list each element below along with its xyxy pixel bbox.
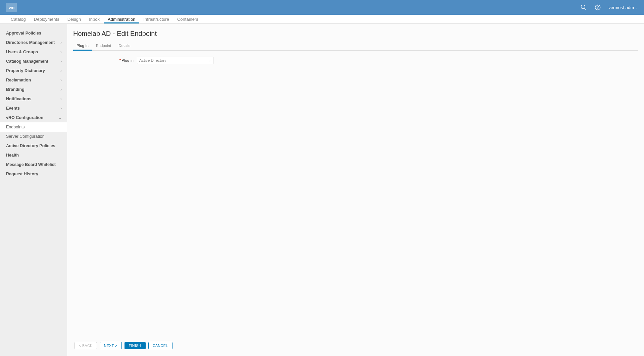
chevron-right-icon: › xyxy=(60,97,62,101)
nav-deployments[interactable]: Deployments xyxy=(30,15,63,23)
finish-button[interactable]: FINISH xyxy=(125,342,146,349)
sidebar-message-board-whitelist[interactable]: Message Board Whitelist xyxy=(0,160,67,169)
search-icon[interactable] xyxy=(580,4,587,11)
sidebar-server-configuration[interactable]: Server Configuration xyxy=(0,132,67,141)
user-label: vermost-adm xyxy=(608,5,634,10)
chevron-right-icon: › xyxy=(60,68,62,73)
subtab-endpoint[interactable]: Endpoint xyxy=(93,42,114,51)
page-title: Homelab AD - Edit Endpoint xyxy=(73,30,638,38)
sidebar-approval-policies[interactable]: Approval Policies xyxy=(0,28,67,38)
chevron-right-icon: › xyxy=(60,106,62,111)
nav-inbox[interactable]: Inbox xyxy=(85,15,104,23)
cancel-button[interactable]: CANCEL xyxy=(148,342,172,349)
plugin-row: *Plug-in Active Directory ⌄ xyxy=(73,57,638,64)
back-button: < BACK xyxy=(75,342,97,349)
sidebar-events[interactable]: Events› xyxy=(0,104,67,113)
top-nav: Catalog Deployments Design Inbox Adminis… xyxy=(0,15,644,24)
chevron-down-icon: ⌄ xyxy=(635,6,638,9)
subtabs: Plug-in Endpoint Details xyxy=(73,42,638,51)
subtab-details[interactable]: Details xyxy=(115,42,134,51)
plugin-select[interactable]: Active Directory ⌄ xyxy=(137,57,213,64)
user-menu[interactable]: vermost-adm ⌄ xyxy=(608,5,638,10)
subtab-plugin[interactable]: Plug-in xyxy=(73,42,92,51)
next-button[interactable]: NEXT > xyxy=(100,342,122,349)
main-content: Homelab AD - Edit Endpoint Plug-in Endpo… xyxy=(67,24,644,356)
chevron-right-icon: › xyxy=(60,50,62,54)
sidebar-reclamation[interactable]: Reclamation› xyxy=(0,75,67,85)
nav-infrastructure[interactable]: Infrastructure xyxy=(139,15,173,23)
nav-catalog[interactable]: Catalog xyxy=(7,15,30,23)
sidebar-endpoints[interactable]: Endpoints xyxy=(0,122,67,132)
chevron-right-icon: › xyxy=(60,40,62,45)
form-area: *Plug-in Active Directory ⌄ xyxy=(73,51,638,340)
svg-point-0 xyxy=(581,5,585,9)
sidebar-vro-configuration[interactable]: vRO Configuration⌄ xyxy=(0,113,67,122)
wizard-footer: < BACK NEXT > FINISH CANCEL xyxy=(73,340,638,353)
sidebar: Approval Policies Directories Management… xyxy=(0,24,67,356)
logo-text: vm xyxy=(9,5,14,10)
chevron-down-icon: ⌄ xyxy=(58,115,62,120)
chevron-right-icon: › xyxy=(60,78,62,82)
sidebar-catalog-management[interactable]: Catalog Management› xyxy=(0,57,67,66)
plugin-select-value: Active Directory xyxy=(139,58,166,62)
top-bar: vm vermost-adm ⌄ xyxy=(0,0,644,15)
sidebar-branding[interactable]: Branding› xyxy=(0,85,67,94)
plugin-label: *Plug-in xyxy=(73,58,137,62)
chevron-right-icon: › xyxy=(60,87,62,92)
chevron-right-icon: › xyxy=(60,59,62,64)
svg-point-3 xyxy=(598,9,598,9)
svg-line-1 xyxy=(585,8,586,10)
nav-design[interactable]: Design xyxy=(63,15,85,23)
sidebar-directories-management[interactable]: Directories Management› xyxy=(0,38,67,47)
help-icon[interactable] xyxy=(594,4,601,11)
sidebar-users-groups[interactable]: Users & Groups› xyxy=(0,47,67,57)
sidebar-property-dictionary[interactable]: Property Dictionary› xyxy=(0,66,67,75)
chevron-down-icon: ⌄ xyxy=(208,59,211,62)
sidebar-active-directory-policies[interactable]: Active Directory Policies xyxy=(0,141,67,151)
sidebar-health[interactable]: Health xyxy=(0,151,67,160)
nav-administration[interactable]: Administration xyxy=(104,15,139,23)
nav-containers[interactable]: Containers xyxy=(173,15,202,23)
topbar-right: vermost-adm ⌄ xyxy=(580,4,638,11)
logo[interactable]: vm xyxy=(6,3,17,12)
sidebar-request-history[interactable]: Request History xyxy=(0,169,67,179)
sidebar-notifications[interactable]: Notifications› xyxy=(0,94,67,104)
